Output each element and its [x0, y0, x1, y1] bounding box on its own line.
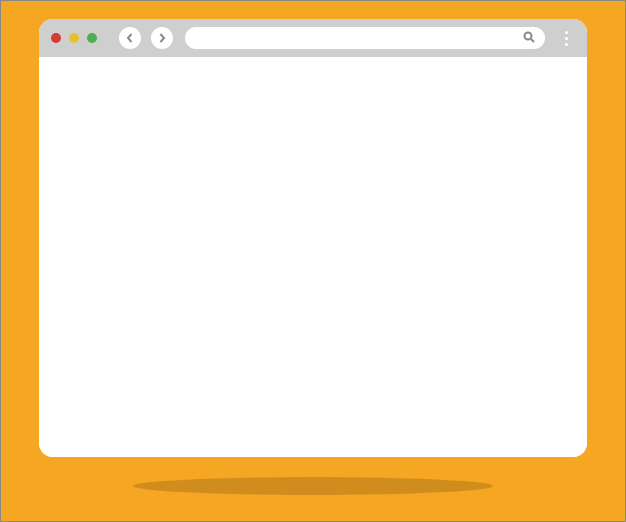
- browser-window: [39, 19, 587, 457]
- back-arrow-icon: [125, 29, 135, 47]
- forward-arrow-icon: [157, 29, 167, 47]
- menu-dots-icon[interactable]: [557, 31, 575, 46]
- zoom-icon[interactable]: [87, 33, 97, 43]
- minimize-icon[interactable]: [69, 33, 79, 43]
- svg-line-1: [531, 39, 534, 42]
- forward-button[interactable]: [151, 27, 173, 49]
- browser-toolbar: [39, 19, 587, 57]
- search-icon[interactable]: [523, 29, 535, 47]
- address-bar[interactable]: [185, 27, 545, 49]
- browser-content: [39, 57, 587, 457]
- window-shadow: [133, 477, 493, 495]
- back-button[interactable]: [119, 27, 141, 49]
- svg-point-0: [525, 33, 532, 40]
- close-icon[interactable]: [51, 33, 61, 43]
